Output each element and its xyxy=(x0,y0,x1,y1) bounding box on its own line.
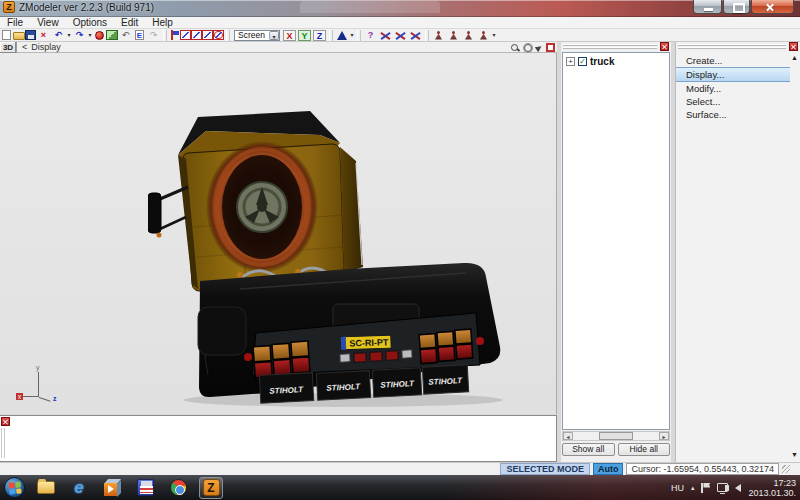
new-file-icon[interactable] xyxy=(2,30,11,40)
mapper-box-icon[interactable] xyxy=(180,30,191,40)
panel-grip[interactable] xyxy=(1,428,6,458)
visibility-checkbox[interactable]: ✓ xyxy=(578,57,587,66)
open-file-icon[interactable] xyxy=(13,32,25,40)
import-dropdown-icon[interactable]: ▾ xyxy=(66,30,72,41)
start-button[interactable] xyxy=(4,477,25,498)
scale-tool-icon[interactable] xyxy=(394,30,407,41)
script-editor-icon[interactable]: E xyxy=(135,30,144,40)
import-icon[interactable]: ↶ xyxy=(52,30,65,41)
scrollbar-track[interactable] xyxy=(573,432,659,440)
viewport-back-arrow[interactable]: < xyxy=(22,42,27,52)
taskbar-explorer[interactable] xyxy=(34,477,58,499)
scene-tree-list[interactable]: + ✓ truck xyxy=(562,52,670,430)
command-modify[interactable]: Modify... xyxy=(676,82,790,95)
viewport-settings-icon[interactable] xyxy=(522,43,533,52)
texture-panel[interactable] xyxy=(0,415,557,462)
side-mirror[interactable] xyxy=(148,187,188,238)
commands-panel-header[interactable] xyxy=(676,42,800,52)
hide-all-button[interactable]: Hide all xyxy=(618,443,671,456)
viewport-view-name[interactable]: Display xyxy=(31,42,61,52)
delete-icon[interactable]: × xyxy=(37,30,50,41)
mode-dropdown-icon[interactable]: ▾ xyxy=(491,30,497,41)
volume-icon[interactable] xyxy=(735,484,741,492)
taskbar-save-app[interactable] xyxy=(133,477,157,499)
axis-x-button[interactable]: X xyxy=(283,30,296,41)
close-button[interactable] xyxy=(751,0,794,14)
texture-panel-close-icon[interactable] xyxy=(1,417,10,426)
uv-flag-icon[interactable] xyxy=(169,30,180,40)
show-all-button[interactable]: Show all xyxy=(562,443,615,456)
screen-space-dropdown[interactable]: Screen ▾ xyxy=(234,30,280,41)
panel-grip[interactable] xyxy=(678,44,786,49)
truck-model[interactable]: SC-RI-PT STIHOLT xyxy=(148,107,508,409)
redo-icon[interactable]: ↷ xyxy=(147,30,160,41)
mapper-box3-icon[interactable] xyxy=(202,30,213,40)
command-surface[interactable]: Surface... xyxy=(676,108,790,121)
license-plate[interactable]: SC-RI-PT xyxy=(341,335,391,350)
scroll-left-icon[interactable]: ◄ xyxy=(563,432,573,440)
taskbar-internet-explorer[interactable]: e xyxy=(67,477,91,499)
export-dropdown-icon[interactable]: ▾ xyxy=(87,30,93,41)
window-titlebar[interactable]: Z ZModeler ver 2.2.3 (Build 971) xyxy=(0,0,800,17)
command-select[interactable]: Select... xyxy=(676,95,790,108)
texture-browser-icon[interactable] xyxy=(106,30,118,40)
expand-icon[interactable]: + xyxy=(566,57,575,66)
menu-help[interactable]: Help xyxy=(145,17,180,29)
edge-mode-icon[interactable] xyxy=(447,30,460,41)
scrollbar-thumb[interactable] xyxy=(599,432,633,440)
gizmo-dropdown-icon[interactable]: ▾ xyxy=(349,30,355,41)
viewport-mode-button[interactable]: 3D xyxy=(0,42,17,53)
menu-file[interactable]: File xyxy=(0,17,30,29)
menu-view[interactable]: View xyxy=(30,17,66,29)
action-center-flag-icon[interactable] xyxy=(701,483,710,493)
pan-icon[interactable] xyxy=(534,43,545,52)
material-editor-icon[interactable] xyxy=(95,31,104,40)
move-tool-icon[interactable] xyxy=(379,30,392,41)
command-display[interactable]: Display... xyxy=(676,67,790,82)
media-cube-icon xyxy=(104,479,121,496)
language-indicator[interactable]: HU xyxy=(671,483,684,493)
menu-edit[interactable]: Edit xyxy=(114,17,145,29)
tray-expand-icon[interactable]: ▴ xyxy=(691,484,695,492)
command-create[interactable]: Create... xyxy=(676,54,790,67)
face-mode-icon[interactable] xyxy=(462,30,475,41)
taskbar-zmodeler-active[interactable]: Z xyxy=(199,477,223,499)
mapper-disable-icon[interactable] xyxy=(213,30,224,40)
clock[interactable]: 17:23 2013.01.30. xyxy=(748,478,796,498)
scroll-down-icon[interactable]: ▼ xyxy=(791,451,798,458)
zmodeler-app-icon[interactable]: Z xyxy=(3,1,15,13)
axis-y-button[interactable]: Y xyxy=(298,30,311,41)
menu-bar: File View Options Edit Help xyxy=(0,17,800,29)
horizontal-scrollbar[interactable]: ◄ ► xyxy=(562,431,670,441)
rotate-tool-icon[interactable] xyxy=(409,30,422,41)
export-icon[interactable]: ↷ xyxy=(73,30,86,41)
axis-z-button[interactable]: Z xyxy=(313,30,326,41)
mapper-box2-icon[interactable] xyxy=(191,30,202,40)
scene-tree-header[interactable] xyxy=(561,42,671,52)
panel-grip[interactable] xyxy=(563,44,657,49)
scroll-up-icon[interactable]: ▲ xyxy=(791,54,798,61)
object-mode-icon[interactable] xyxy=(477,30,490,41)
commands-panel-close-icon[interactable] xyxy=(789,42,798,51)
menu-options[interactable]: Options xyxy=(66,17,114,29)
scroll-right-icon[interactable]: ► xyxy=(659,432,669,440)
viewport-canvas[interactable]: SC-RI-PT STIHOLT xyxy=(0,53,557,414)
zoom-icon[interactable] xyxy=(510,43,521,52)
gizmo-cone-icon[interactable] xyxy=(337,31,347,40)
auto-badge[interactable]: Auto xyxy=(593,463,624,475)
taskbar-chrome[interactable] xyxy=(166,477,190,499)
save-file-icon[interactable] xyxy=(25,30,36,40)
select-lasso-icon[interactable]: ? xyxy=(364,30,377,41)
vertex-mode-icon[interactable] xyxy=(432,30,445,41)
scene-tree-close-icon[interactable] xyxy=(660,42,669,51)
tree-item-label[interactable]: truck xyxy=(590,56,614,67)
viewport-maximize-icon[interactable] xyxy=(546,43,555,52)
maximize-button[interactable] xyxy=(723,0,750,14)
undo-icon[interactable]: ↶ xyxy=(119,30,132,41)
taskbar-media-app[interactable] xyxy=(100,477,124,499)
resize-grip[interactable] xyxy=(782,465,790,473)
tree-row-truck[interactable]: + ✓ truck xyxy=(563,53,669,67)
chevron-down-icon[interactable]: ▾ xyxy=(269,31,279,40)
flame-emblem[interactable] xyxy=(206,141,318,273)
minimize-button[interactable] xyxy=(693,0,722,14)
